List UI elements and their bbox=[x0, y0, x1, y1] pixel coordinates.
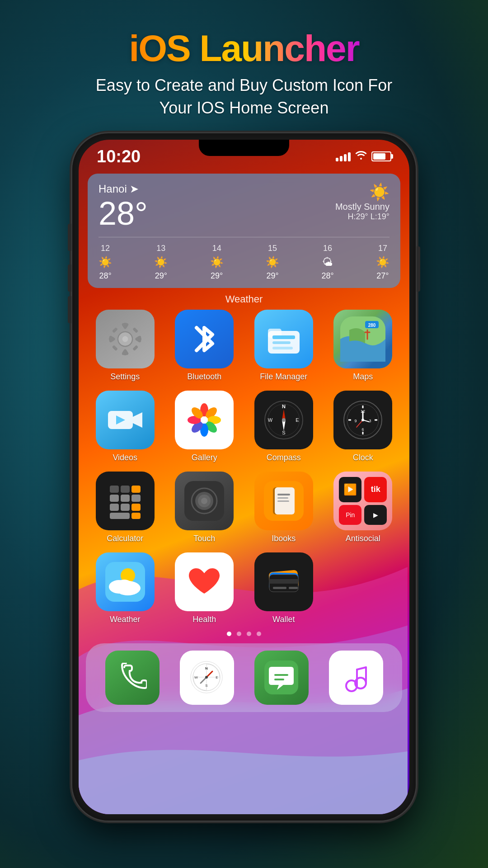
weather-forecast: 12 ☀️ 28° 13 ☀️ 29° 14 ☀️ 29° 15 ☀️ bbox=[99, 237, 389, 281]
section-label: Weather bbox=[79, 293, 409, 305]
svg-rect-2 bbox=[124, 350, 127, 355]
forecast-day-2: 13 ☀️ 29° bbox=[154, 244, 168, 281]
weather-city: Hanoi ➤ bbox=[99, 183, 148, 195]
svg-point-28 bbox=[201, 416, 208, 424]
forecast-day-4: 15 ☀️ 29° bbox=[266, 244, 279, 281]
svg-rect-51 bbox=[110, 486, 119, 493]
svg-rect-3 bbox=[109, 338, 114, 340]
app-ibooks-label: Ibooks bbox=[272, 534, 296, 543]
phone-screen: 10:20 bbox=[79, 140, 409, 814]
svg-rect-54 bbox=[110, 495, 119, 502]
app-compass[interactable]: N E S W Compass bbox=[246, 391, 321, 462]
app-settings-label: Settings bbox=[110, 372, 140, 382]
app-antisocial[interactable]: ▶️ tik Pin ▶ Antisocial bbox=[326, 472, 401, 543]
svg-text:W: W bbox=[268, 417, 273, 423]
page-dot-3[interactable] bbox=[247, 632, 251, 636]
wifi-icon bbox=[355, 151, 367, 162]
dock: N S E W bbox=[86, 643, 402, 712]
app-wallet[interactable]: Wallet bbox=[246, 552, 321, 624]
app-calculator[interactable]: Calculator bbox=[88, 472, 163, 543]
weather-sun-icon: ☀️ bbox=[335, 183, 389, 202]
page-dot-1[interactable] bbox=[227, 632, 231, 636]
svg-rect-55 bbox=[121, 495, 130, 502]
app-clock[interactable]: 12 3 6 9 Clock bbox=[326, 391, 401, 462]
svg-rect-83 bbox=[269, 579, 298, 584]
status-time: 10:20 bbox=[97, 147, 141, 166]
app-maps-label: Maps bbox=[353, 372, 373, 382]
weather-temp: 28° bbox=[99, 197, 148, 230]
svg-rect-61 bbox=[131, 513, 141, 519]
svg-rect-15 bbox=[272, 347, 293, 349]
svg-text:E: E bbox=[296, 417, 299, 423]
svg-text:S: S bbox=[205, 684, 207, 688]
weather-condition: Mostly Sunny bbox=[335, 202, 389, 212]
app-videos-label: Videos bbox=[113, 453, 137, 462]
battery-icon bbox=[371, 151, 391, 161]
dock-phone[interactable] bbox=[105, 651, 160, 705]
svg-rect-96 bbox=[274, 674, 288, 676]
page-dot-4[interactable] bbox=[257, 632, 261, 636]
svg-point-90 bbox=[205, 676, 208, 679]
app-gallery[interactable]: Gallery bbox=[167, 391, 242, 462]
dock-safari[interactable]: N S E W bbox=[180, 651, 234, 705]
app-gallery-label: Gallery bbox=[192, 453, 217, 462]
app-videos[interactable]: Videos bbox=[88, 391, 163, 462]
app-calculator-label: Calculator bbox=[107, 534, 143, 543]
svg-rect-4 bbox=[136, 338, 141, 340]
svg-rect-72 bbox=[277, 500, 289, 502]
page-dot-2[interactable] bbox=[237, 632, 241, 636]
svg-point-35 bbox=[282, 418, 286, 422]
app-health-label: Health bbox=[192, 615, 216, 624]
dock-messages[interactable] bbox=[254, 651, 309, 705]
svg-text:3: 3 bbox=[369, 419, 371, 423]
svg-rect-8 bbox=[132, 345, 138, 351]
app-ibooks[interactable]: Ibooks bbox=[246, 472, 321, 543]
svg-rect-70 bbox=[277, 494, 290, 495]
svg-text:9: 9 bbox=[355, 419, 357, 423]
svg-rect-13 bbox=[272, 335, 295, 339]
phone-frame: 10:20 bbox=[72, 133, 416, 821]
status-icons bbox=[336, 151, 391, 162]
svg-rect-97 bbox=[274, 679, 284, 680]
app-filemanager[interactable]: File Manager bbox=[246, 310, 321, 382]
svg-rect-85 bbox=[289, 587, 298, 589]
app-weather[interactable]: Weather bbox=[88, 552, 163, 624]
forecast-day-6: 17 ☀️ 27° bbox=[376, 244, 389, 281]
notch bbox=[199, 140, 289, 156]
svg-text:N: N bbox=[282, 404, 286, 409]
svg-rect-84 bbox=[273, 587, 286, 589]
svg-rect-60 bbox=[110, 513, 130, 519]
svg-rect-71 bbox=[277, 497, 288, 499]
app-settings[interactable]: Settings bbox=[88, 310, 163, 382]
app-antisocial-label: Antisocial bbox=[346, 534, 380, 543]
weather-widget[interactable]: Hanoi ➤ 28° ☀️ Mostly Sunny H:29° L:19° … bbox=[88, 174, 400, 288]
svg-rect-57 bbox=[110, 504, 119, 511]
forecast-day-1: 12 ☀️ 28° bbox=[99, 244, 112, 281]
app-wallet-label: Wallet bbox=[272, 615, 295, 624]
svg-text:6: 6 bbox=[362, 427, 364, 432]
app-filemanager-label: File Manager bbox=[260, 372, 307, 382]
svg-text:E: E bbox=[216, 675, 218, 679]
forecast-day-5: 16 🌤 28° bbox=[321, 244, 333, 281]
app-bluetooth[interactable]: Bluetooth bbox=[167, 310, 242, 382]
dock-music[interactable] bbox=[329, 651, 383, 705]
app-subtitle: Easy to Create and Buy Custom Icon ForYo… bbox=[96, 74, 392, 120]
weather-hi-lo: H:29° L:19° bbox=[335, 212, 389, 222]
svg-rect-58 bbox=[121, 504, 130, 511]
app-health[interactable]: Health bbox=[167, 552, 242, 624]
header: iOS Launcher Easy to Create and Buy Cust… bbox=[78, 0, 410, 133]
page-dots bbox=[79, 632, 409, 636]
app-touch-label: Touch bbox=[193, 534, 215, 543]
svg-rect-1 bbox=[124, 323, 127, 328]
svg-rect-6 bbox=[132, 327, 138, 333]
forecast-day-3: 14 ☀️ 29° bbox=[210, 244, 224, 281]
signal-icon bbox=[336, 151, 351, 161]
svg-text:280: 280 bbox=[368, 323, 376, 328]
svg-point-49 bbox=[361, 419, 364, 421]
app-weather-label: Weather bbox=[110, 615, 141, 624]
app-title: iOS Launcher bbox=[96, 27, 392, 70]
app-bluetooth-label: Bluetooth bbox=[187, 372, 221, 382]
svg-rect-59 bbox=[131, 504, 141, 511]
app-touch[interactable]: Touch bbox=[167, 472, 242, 543]
app-maps[interactable]: 280 Maps bbox=[326, 310, 401, 382]
